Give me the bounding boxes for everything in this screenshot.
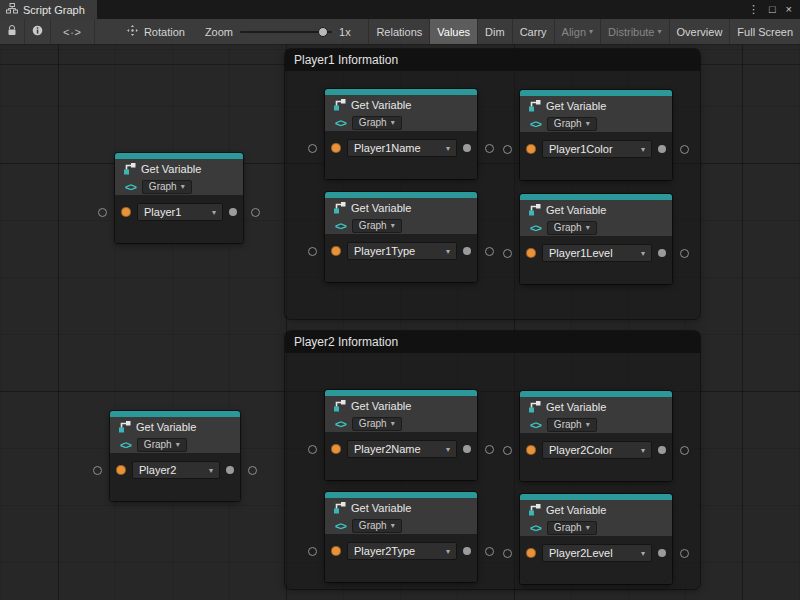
right-connection-port[interactable] [680,145,689,154]
get-variable-node[interactable]: Get Variable <> Graph ▾ Player1Level ▾ [520,194,672,284]
zoom-slider-handle[interactable] [318,27,328,37]
caret-down-icon: ▾ [441,445,450,454]
graph-kind-dropdown[interactable]: Graph ▾ [547,221,597,235]
node-kind-row: <> Graph ▾ [520,115,672,132]
left-connection-port[interactable] [93,466,102,475]
window-menu-icon[interactable]: ⋮ [748,4,759,15]
node-value-row: Player1 ▾ [121,203,237,221]
left-connection-port[interactable] [308,144,317,153]
variable-input-port[interactable] [526,445,536,455]
variable-name: Player1Level [549,247,613,259]
left-connection-port[interactable] [308,247,317,256]
variable-name-dropdown[interactable]: Player1Name ▾ [347,139,457,157]
graph-icon [6,3,18,16]
graph-kind-dropdown[interactable]: Graph ▾ [352,417,402,431]
zoom-slider[interactable] [240,31,332,33]
group-header[interactable]: Player2 Information [285,331,700,353]
variable-name-dropdown[interactable]: Player1Level ▾ [542,244,652,262]
toolbar-button-group: Relations Values Dim Carry Align ▾ Distr… [368,19,800,44]
variable-input-port[interactable] [526,248,536,258]
code-view-button[interactable]: <∙> [51,19,95,44]
get-variable-node[interactable]: Get Variable <> Graph ▾ Player2 ▾ [110,411,240,501]
get-variable-node[interactable]: Get Variable <> Graph ▾ Player2Level ▾ [520,494,672,584]
variable-input-port[interactable] [331,546,341,556]
get-variable-node[interactable]: Get Variable <> Graph ▾ Player1Color ▾ [520,90,672,180]
variable-input-port[interactable] [526,144,536,154]
variable-input-port[interactable] [331,143,341,153]
toolbar-button-distribute[interactable]: Distribute ▾ [600,19,668,44]
left-connection-port[interactable] [503,249,512,258]
toolbar-button-relations[interactable]: Relations [368,19,429,44]
right-connection-port[interactable] [248,466,257,475]
lock-button[interactable] [0,19,25,44]
variable-input-port[interactable] [526,548,536,558]
node-kind-row: <> Graph ▾ [325,517,477,534]
get-variable-node[interactable]: Get Variable <> Graph ▾ Player1Name ▾ [325,89,477,179]
variable-input-port[interactable] [116,465,126,475]
get-variable-node[interactable]: Get Variable <> Graph ▾ Player1 ▾ [115,153,243,243]
node-title-row: Get Variable [325,396,477,415]
variable-input-port[interactable] [331,246,341,256]
toolbar-button-overview[interactable]: Overview [669,19,730,44]
tab-script-graph[interactable]: Script Graph [0,0,97,19]
variable-name-dropdown[interactable]: Player2Type ▾ [347,542,457,560]
embed-code-icon: <> [125,181,136,193]
node-title-row: Get Variable [325,498,477,517]
left-connection-port[interactable] [503,549,512,558]
node-kind-row: <> Graph ▾ [110,436,240,453]
variable-name-dropdown[interactable]: Player2Level ▾ [542,544,652,562]
toolbar-button-dim[interactable]: Dim [477,19,512,44]
graph-kind-dropdown[interactable]: Graph ▾ [547,117,597,131]
graph-kind-dropdown[interactable]: Graph ▾ [547,418,597,432]
right-connection-port[interactable] [485,547,494,556]
window-close-icon[interactable]: × [786,4,792,15]
toolbar-button-align[interactable]: Align ▾ [554,19,600,44]
variable-input-port[interactable] [121,207,131,217]
variable-name-dropdown[interactable]: Player1Type ▾ [347,242,457,260]
variable-name-dropdown[interactable]: Player2 ▾ [132,461,220,479]
variable-name-dropdown[interactable]: Player1 ▾ [137,203,223,221]
node-title: Get Variable [546,401,606,413]
left-connection-port[interactable] [503,446,512,455]
toolbar-button-fullscreen[interactable]: Full Screen [729,19,800,44]
window-maximize-icon[interactable]: □ [769,4,776,15]
left-connection-port[interactable] [308,445,317,454]
left-connection-port[interactable] [98,208,107,217]
variable-name: Player2Name [354,443,421,455]
right-connection-port[interactable] [680,446,689,455]
left-connection-port[interactable] [308,547,317,556]
node-value-section: Player1Type ▾ [325,234,477,282]
get-variable-node[interactable]: Get Variable <> Graph ▾ Player2Type ▾ [325,492,477,582]
right-connection-port[interactable] [485,144,494,153]
get-variable-node[interactable]: Get Variable <> Graph ▾ Player2Name ▾ [325,390,477,480]
graph-kind-dropdown[interactable]: Graph ▾ [137,438,187,452]
graph-canvas[interactable]: Player1 Information Player2 Information … [0,45,800,600]
group-header[interactable]: Player1 Information [285,49,700,71]
variable-name-dropdown[interactable]: Player1Color ▾ [542,140,652,158]
info-button[interactable] [25,19,51,44]
toolbar-button-values[interactable]: Values [429,19,477,44]
right-connection-port[interactable] [680,549,689,558]
right-connection-port[interactable] [680,249,689,258]
variable-name-dropdown[interactable]: Player2Name ▾ [347,440,457,458]
get-variable-node[interactable]: Get Variable <> Graph ▾ Player2Color ▾ [520,391,672,481]
right-connection-port[interactable] [485,445,494,454]
variable-name-dropdown[interactable]: Player2Color ▾ [542,441,652,459]
get-variable-node[interactable]: Get Variable <> Graph ▾ Player1Type ▾ [325,192,477,282]
right-connection-port[interactable] [251,208,260,217]
graph-kind-dropdown[interactable]: Graph ▾ [142,180,192,194]
node-kind-row: <> Graph ▾ [520,219,672,236]
get-variable-icon [333,501,346,514]
toolbar-button-carry[interactable]: Carry [512,19,554,44]
variable-input-port[interactable] [331,444,341,454]
rotation-control[interactable]: Rotation [121,19,191,44]
graph-kind-dropdown[interactable]: Graph ▾ [547,521,597,535]
graph-kind-dropdown[interactable]: Graph ▾ [352,219,402,233]
carry-label: Carry [520,26,547,38]
graph-kind-dropdown[interactable]: Graph ▾ [352,116,402,130]
graph-kind-label: Graph [554,222,582,233]
right-connection-port[interactable] [485,247,494,256]
graph-kind-dropdown[interactable]: Graph ▾ [352,519,402,533]
left-connection-port[interactable] [503,145,512,154]
code-view-icon: <∙> [63,26,82,38]
